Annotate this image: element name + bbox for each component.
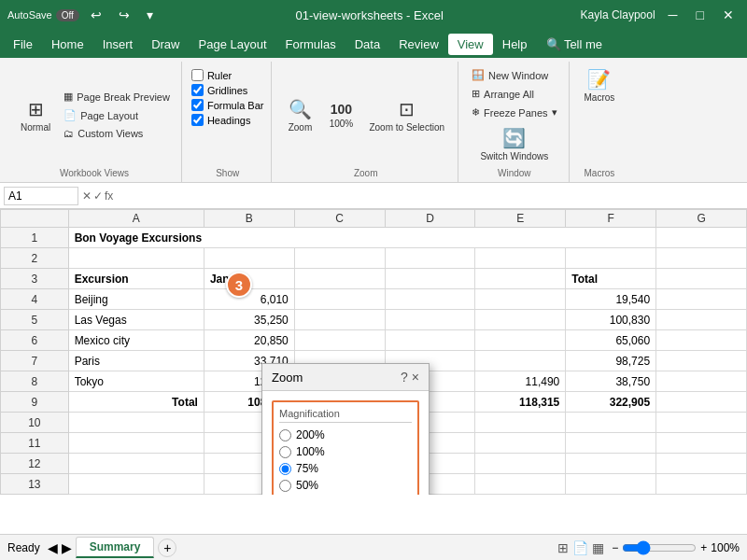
switch-windows-label: Switch Windows: [480, 151, 548, 161]
zoom-buttons: 🔍 Zoom 100 100% ⊡ Zoom to Selection: [281, 65, 450, 164]
minimize-button[interactable]: ─: [663, 6, 684, 24]
switch-windows-button[interactable]: 🔄 Switch Windows: [474, 124, 554, 164]
zoom-100-button[interactable]: 100 100%: [322, 99, 359, 132]
close-button[interactable]: ✕: [717, 6, 740, 24]
status-bar: Ready ◀ ▶ Summary + ⊞ 📄 ▦ − + 100%: [0, 534, 747, 560]
zoom-100-option[interactable]: 100%: [279, 445, 412, 458]
ribbon-group-show: Ruler Gridlines Formula Bar Headings Sho…: [184, 62, 273, 182]
page-layout-label: Page Layout: [80, 110, 138, 121]
dialog-title-buttons: ? ×: [401, 370, 419, 385]
zoom-200-radio[interactable]: [279, 429, 291, 441]
title-bar-right: Kayla Claypool ─ □ ✕: [581, 6, 740, 24]
autosave-toggle[interactable]: Off: [56, 9, 79, 21]
quick-save-button[interactable]: ▾: [141, 6, 159, 24]
zoom-50-radio[interactable]: [279, 480, 291, 492]
normal-icon: ⊞: [28, 98, 44, 120]
formula-input[interactable]: [117, 189, 743, 203]
zoom-in-icon[interactable]: +: [700, 541, 707, 554]
sheet-tab-label: Summary: [90, 540, 141, 553]
dialog-overlay: Zoom ? × Magnification 200% 100%: [0, 209, 747, 495]
new-window-label: New Window: [488, 70, 548, 81]
normal-label: Normal: [21, 122, 50, 133]
zoom-50-option[interactable]: 50%: [279, 479, 412, 492]
page-break-preview-button[interactable]: ▦ Page Break Preview: [60, 89, 174, 105]
status-bar-right: ⊞ 📄 ▦ − + 100%: [557, 540, 740, 555]
zoom-selection-icon: ⊡: [399, 98, 415, 120]
spreadsheet-area: A B C D E F G 1 Bon Voyage Excursions 2: [0, 209, 747, 495]
magnification-label: Magnification: [279, 408, 412, 423]
zoom-75-label: 75%: [296, 462, 318, 475]
workbook-view-buttons: ⊞ Normal ▦ Page Break Preview 📄 Page Lay…: [15, 65, 174, 164]
scroll-tabs-left[interactable]: ◀: [48, 540, 58, 555]
arrange-all-button[interactable]: ⊞ Arrange All: [468, 86, 560, 102]
page-layout-view-icon[interactable]: 📄: [572, 540, 588, 555]
macros-icon: 📝: [587, 68, 611, 91]
ribbon-group-workbook-views: ⊞ Normal ▦ Page Break Preview 📄 Page Lay…: [7, 62, 182, 182]
gridlines-check[interactable]: Gridlines: [191, 84, 264, 96]
zoom-75-radio[interactable]: [279, 463, 291, 475]
menu-review[interactable]: Review: [389, 34, 448, 55]
switch-windows-icon: 🔄: [502, 127, 526, 149]
sheet-tab-summary[interactable]: Summary: [76, 537, 155, 558]
macros-button[interactable]: 📝 Macros: [579, 65, 621, 105]
zoom-label: Zoom: [289, 122, 313, 133]
ruler-check[interactable]: Ruler: [191, 69, 264, 81]
name-box[interactable]: [4, 187, 78, 205]
freeze-panes-button[interactable]: ❄ Freeze Panes ▾: [468, 105, 560, 120]
zoom-200-label: 200%: [296, 428, 325, 441]
formula-dividers: ✕ ✓ fx: [82, 189, 113, 203]
confirm-icon[interactable]: ✓: [93, 189, 103, 203]
ribbon-group-macros: 📝 Macros Macros: [571, 62, 628, 182]
zoom-group-label: Zoom: [354, 164, 378, 178]
macros-group-label: Macros: [585, 164, 615, 178]
arrange-all-icon: ⊞: [472, 88, 480, 100]
dialog-body: Magnification 200% 100% 75%: [262, 391, 429, 495]
redo-button[interactable]: ↪: [113, 6, 135, 24]
macros-label: Macros: [585, 92, 615, 103]
dialog-help-button[interactable]: ?: [401, 370, 408, 385]
normal-view-icon[interactable]: ⊞: [557, 540, 569, 555]
zoom-75-option[interactable]: 75%: [279, 462, 412, 475]
menu-search[interactable]: 🔍 Tell me: [537, 34, 613, 55]
headings-check[interactable]: Headings: [191, 114, 264, 126]
menu-data[interactable]: Data: [345, 34, 389, 55]
dialog-close-button[interactable]: ×: [412, 370, 419, 385]
undo-button[interactable]: ↩: [85, 6, 107, 24]
zoom-selection-button[interactable]: ⊡ Zoom to Selection: [363, 95, 450, 135]
autosave-text: AutoSave: [7, 9, 52, 21]
menu-insert[interactable]: Insert: [93, 34, 143, 55]
menu-page-layout[interactable]: Page Layout: [190, 34, 276, 55]
add-sheet-button[interactable]: +: [158, 539, 176, 557]
menu-home[interactable]: Home: [42, 34, 93, 55]
zoom-dialog: Zoom ? × Magnification 200% 100%: [261, 363, 430, 495]
page-layout-button[interactable]: 📄 Page Layout: [60, 107, 174, 123]
scroll-tabs-right[interactable]: ▶: [62, 540, 72, 555]
zoom-slider[interactable]: [622, 540, 697, 555]
new-window-button[interactable]: 🪟 New Window: [468, 67, 560, 83]
zoom-button[interactable]: 🔍 Zoom: [281, 95, 318, 135]
window-group-label: Window: [498, 164, 531, 178]
zoom-50-label: 50%: [296, 479, 318, 492]
formula-bar-check[interactable]: Formula Bar: [191, 99, 264, 111]
zoom-out-icon[interactable]: −: [612, 541, 618, 554]
menu-view[interactable]: View: [448, 34, 493, 55]
ribbon-group-zoom: 🔍 Zoom 100 100% ⊡ Zoom to Selection Zoom: [274, 62, 458, 182]
menu-file[interactable]: File: [4, 34, 42, 55]
cancel-icon[interactable]: ✕: [82, 189, 92, 203]
freeze-panes-label: Freeze Panes: [484, 107, 547, 119]
zoom-200-option[interactable]: 200%: [279, 428, 412, 441]
title-bar-left: AutoSave Off ↩ ↪ ▾: [7, 6, 159, 24]
page-break-view-icon[interactable]: ▦: [592, 540, 604, 555]
normal-button[interactable]: ⊞ Normal: [15, 95, 56, 135]
freeze-panes-icon: ❄: [472, 106, 480, 119]
custom-views-button[interactable]: 🗂 Custom Views: [60, 126, 174, 141]
menu-draw[interactable]: Draw: [142, 34, 189, 55]
insert-function-icon[interactable]: fx: [105, 189, 113, 203]
restore-button[interactable]: □: [691, 6, 710, 24]
app-name-text: Excel: [414, 8, 444, 22]
menu-formulas[interactable]: Formulas: [276, 34, 345, 55]
menu-help[interactable]: Help: [493, 34, 537, 55]
title-bar: AutoSave Off ↩ ↪ ▾ 01-view-worksheets - …: [0, 0, 747, 30]
zoom-100-radio[interactable]: [279, 446, 291, 458]
custom-views-icon: 🗂: [63, 128, 74, 139]
